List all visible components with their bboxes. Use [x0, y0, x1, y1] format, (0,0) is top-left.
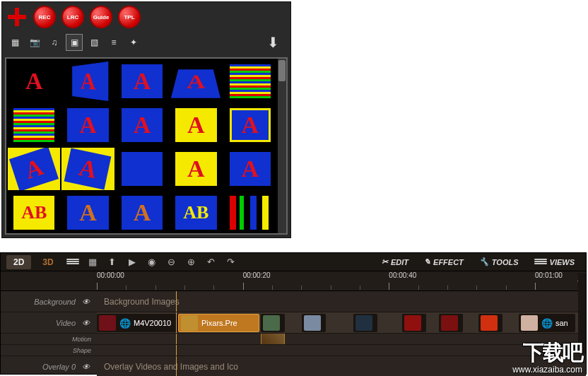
zoom-in-icon[interactable]: ⊕ [184, 255, 199, 269]
shape-track-header: Shape [1, 347, 97, 354]
lrc-button[interactable]: LRC [61, 6, 84, 28]
clip-thumbnail [481, 315, 498, 331]
video-clip[interactable] [439, 314, 463, 332]
effect-thumbnail[interactable]: A [224, 104, 276, 146]
image-icon[interactable]: ▧ [86, 34, 102, 51]
effect-thumbnail[interactable]: AB [170, 192, 222, 234]
play-icon[interactable]: ▶ [124, 255, 140, 269]
video-clip[interactable] [478, 314, 502, 332]
effect-thumbnail[interactable]: A [224, 148, 276, 190]
undo-icon[interactable]: ↶ [204, 255, 219, 269]
effect-thumbnail[interactable]: A [170, 60, 222, 102]
clip-thumbnail [521, 315, 538, 331]
effect-thumbnail[interactable]: AB [8, 192, 60, 234]
motion-track-header: Motion [1, 336, 97, 343]
effect-thumbnail[interactable]: A [8, 148, 60, 190]
effect-thumbnail[interactable] [8, 104, 60, 146]
visibility-toggle-overlay0[interactable]: 👁 [80, 361, 91, 372]
video-clip[interactable] [402, 314, 426, 332]
record-button[interactable]: REC [33, 6, 56, 28]
zoom-out-icon[interactable]: ⊖ [164, 255, 180, 269]
effect-thumbnail[interactable]: A [170, 148, 222, 190]
video-clip[interactable] [302, 314, 326, 332]
motion-track-body[interactable]: ↖ [97, 334, 586, 344]
video-track: Video 👁 🌐M4V20010Pixars.Pre🌐san [1, 312, 586, 334]
effect-tool-button[interactable]: ✎EFFECT [418, 256, 469, 268]
playhead[interactable] [176, 345, 177, 356]
effect-thumbnail[interactable] [224, 192, 276, 234]
edit-tool-button[interactable]: ✂EDIT [376, 256, 414, 268]
globe-icon: 🌐 [119, 318, 131, 329]
tpl-button[interactable]: TPL [118, 6, 141, 28]
shape-label: Shape [73, 347, 91, 354]
effect-thumbnail[interactable]: A [61, 148, 114, 190]
video-clip[interactable] [261, 314, 285, 332]
effect-thumbnail[interactable]: A [116, 192, 168, 234]
ruler-tick: 00:00:00 [97, 271, 124, 279]
timeline-scrollbar[interactable] [578, 273, 586, 354]
music-icon[interactable]: ♫ [46, 34, 63, 51]
overlay0-placeholder: Overlay Videos and Images and Ico [97, 356, 586, 376]
mode-3d-button[interactable]: 3D [35, 255, 60, 269]
tools-button[interactable]: 🔧TOOLS [474, 256, 524, 268]
video-clip[interactable]: 🌐M4V20010 [97, 314, 178, 332]
background-track-body[interactable]: Background Images [97, 291, 586, 312]
views-button[interactable]: VIEWS [529, 257, 580, 268]
overlay0-track-body[interactable]: Overlay Videos and Images and Ico [97, 356, 586, 376]
visibility-toggle-background[interactable]: 👁 [80, 296, 91, 307]
background-label: Background [34, 298, 76, 306]
camera-icon[interactable]: 📷 [26, 34, 43, 51]
effect-thumbnail[interactable] [224, 60, 276, 102]
effect-icon[interactable]: ▣ [66, 34, 83, 51]
clip-thumbnail [99, 315, 116, 331]
video-clip[interactable]: Pixars.Pre [178, 314, 259, 332]
puzzle-icon[interactable]: ✦ [125, 34, 142, 51]
playhead[interactable] [176, 291, 177, 312]
effect-thumbnail[interactable]: A [116, 60, 168, 102]
effects-scroll-thumb[interactable] [278, 60, 286, 81]
up-circle-icon[interactable]: ⬆ [105, 255, 120, 269]
download-icon[interactable]: ⬇ [267, 34, 279, 51]
effects-grid[interactable]: AAAAAAAAAAAAAABAAAB [6, 59, 278, 233]
record-circle-icon[interactable]: ◉ [144, 255, 160, 269]
video-clip[interactable]: 🌐san [519, 314, 575, 332]
effect-thumbnail[interactable]: A [116, 104, 168, 146]
mode-2d-button[interactable]: 2D [6, 255, 31, 269]
effect-thumbnail[interactable]: A [61, 60, 114, 102]
effect-thumbnail[interactable]: A [61, 192, 114, 234]
text-icon[interactable]: ≡ [105, 34, 122, 51]
motion-label: Motion [72, 336, 91, 343]
globe-icon: 🌐 [541, 318, 553, 329]
effect-thumbnail[interactable]: A [8, 60, 60, 102]
effects-toolbar: REC LRC Guide TPL [2, 2, 290, 32]
playhead[interactable] [176, 334, 177, 344]
shape-track-body[interactable] [97, 345, 586, 356]
grid-icon[interactable]: ▦ [85, 255, 100, 269]
guide-button[interactable]: Guide [90, 6, 112, 28]
timeline-panel: 2D 3D ▦ ⬆ ▶ ◉ ⊖ ⊕ ↶ ↷ ✂EDIT ✎EFFECT 🔧TOO… [0, 252, 587, 375]
clip-name: san [555, 319, 568, 327]
effects-panel: REC LRC Guide TPL ▦ 📷 ♫ ▣ ▧ ≡ ✦ ⬇ AAAAAA… [1, 1, 291, 238]
video-track-header: Video 👁 [1, 317, 97, 329]
clip-drag-ghost[interactable] [261, 334, 285, 344]
effects-scrollbar[interactable] [278, 59, 286, 233]
clip-thumbnail [441, 315, 458, 331]
effect-thumbnail[interactable]: A [61, 104, 114, 146]
effect-thumbnail[interactable]: A [170, 104, 222, 146]
timeline-ruler[interactable]: 00:00:0000:00:2000:00:4000:01:00 [1, 271, 586, 291]
visibility-toggle-video[interactable]: 👁 [80, 317, 91, 329]
effect-thumbnail[interactable]: A [116, 148, 168, 190]
video-clip[interactable] [353, 314, 377, 332]
film-icon[interactable]: ▦ [6, 34, 23, 51]
add-icon[interactable] [6, 6, 28, 28]
clip-thumbnail [355, 315, 372, 331]
menu-icon[interactable] [65, 255, 81, 269]
effects-grid-container: AAAAAAAAAAAAAABAAAB [5, 57, 288, 235]
ruler-tick: 00:00:20 [243, 271, 271, 279]
playhead[interactable] [176, 356, 177, 376]
overlay0-track-header: Overlay 0 👁 [1, 361, 97, 372]
playhead[interactable] [176, 312, 177, 333]
motion-track: Motion ↖ [1, 334, 586, 345]
redo-icon[interactable]: ↷ [223, 255, 239, 269]
video-track-body[interactable]: 🌐M4V20010Pixars.Pre🌐san [97, 312, 586, 333]
